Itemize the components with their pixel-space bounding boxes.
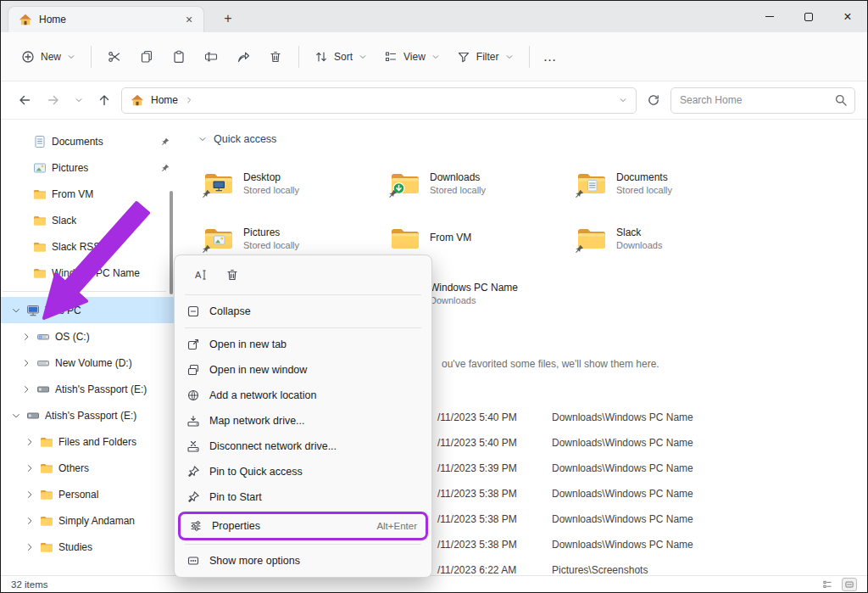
view-icon [384,50,398,64]
paste-button[interactable] [163,42,195,71]
chevron-right-icon[interactable] [21,358,31,368]
chevron-down-icon [505,53,514,61]
chevron-down-icon[interactable] [11,305,21,316]
command-toolbar: New Sort View Filter … [1,32,867,81]
menu-item-open-new-window[interactable]: Open in new window [178,357,428,383]
tab-close-button[interactable]: × [181,12,197,27]
chevron-down-icon[interactable] [11,411,21,421]
sidebar-item-passport-e[interactable]: Atish's Passport (E:) [1,376,175,402]
sidebar-item-studies[interactable]: Studies [1,534,175,560]
recent-file-row[interactable]: /11/2023 5:38 PMDownloads\Windows PC Nam… [437,532,859,557]
quick-access-header[interactable]: Quick access [198,133,867,145]
pin-icon [202,244,211,254]
chevron-right-icon[interactable] [25,516,35,526]
chevron-right-icon[interactable] [21,332,31,342]
map-network-drive-icon [186,414,200,428]
recent-file-row[interactable]: /11/2023 5:40 PMDownloads\Windows PC Nam… [437,430,859,456]
recent-file-row[interactable]: /11/2023 5:39 PMDownloads\Windows PC Nam… [437,456,859,481]
sidebar-item-others[interactable]: Others [1,455,175,481]
address-bar[interactable]: Home [121,87,637,114]
sidebar-item-slack-rss[interactable]: Slack RSS [1,233,175,260]
recent-locations-button[interactable] [70,88,87,112]
pin-icon [186,465,200,478]
items-count: 32 items [11,579,47,590]
recent-file-row[interactable]: /11/2023 5:38 PMDownloads\Windows PC Nam… [437,506,859,532]
chevron-right-icon[interactable] [25,437,35,447]
menu-item-open-new-tab[interactable]: Open in new tab [178,332,428,357]
rename-button[interactable] [186,262,214,288]
sidebar-scrollbar[interactable] [170,191,173,294]
tile-downloads[interactable]: DownloadsStored locally [385,155,571,210]
minimize-icon [765,16,774,17]
sort-button[interactable]: Sort [306,43,376,70]
search-input[interactable] [680,94,834,106]
toolbar-divider [91,46,92,68]
menu-item-disconnect-network-drive[interactable]: Disconnect network drive... [178,434,428,459]
sidebar-item-pictures[interactable]: Pictures [1,154,175,181]
show-more-options-icon [186,554,200,568]
sidebar-item-personal[interactable]: Personal [1,481,175,507]
navigation-pane: Documents Pictures From VM Slack Slack R… [1,120,175,575]
network-location-icon [186,389,200,402]
new-button[interactable]: New [13,43,84,70]
sidebar-item-passport-e-expanded[interactable]: Atish's Passport (E:) [1,402,175,428]
delete-icon [269,50,282,64]
menu-item-properties[interactable]: Properties Alt+Enter [181,514,426,538]
menu-item-collapse[interactable]: Collapse [178,299,428,324]
up-button[interactable] [92,88,116,112]
refresh-icon [647,93,660,107]
recent-file-row[interactable]: /11/2023 5:38 PMDownloads\Windows PC Nam… [437,481,859,506]
recent-file-row[interactable]: /11/2023 5:40 PMDownloads\Windows PC Nam… [437,405,859,430]
maximize-button[interactable] [789,1,828,32]
sidebar-item-files-and-folders[interactable]: Files and Folders [1,428,175,455]
sidebar-item-slack[interactable]: Slack [1,207,175,233]
sidebar-item-documents[interactable]: Documents [1,128,175,154]
pin-icon [186,490,200,504]
menu-item-pin-to-quick-access[interactable]: Pin to Quick access [178,459,428,484]
rename-button[interactable] [195,42,227,71]
chevron-right-icon[interactable] [25,463,35,473]
filter-button[interactable]: Filter [448,43,522,70]
sidebar-item-windows-pc-name[interactable]: Windows PC Name [1,260,175,286]
chevron-right-icon[interactable] [25,490,35,500]
recent-file-row[interactable]: /11/2023 6:22 AMPictures\Screenshots [437,557,859,583]
sidebar-item-new-volume-d[interactable]: New Volume (D:) [1,350,175,376]
tile-desktop[interactable]: DesktopStored locally [198,155,385,210]
chevron-down-icon [431,53,440,61]
chevron-right-icon [185,96,193,104]
chevron-right-icon[interactable] [21,384,31,394]
menu-item-add-network-location[interactable]: Add a network location [178,383,428,408]
toolbar-divider [529,46,530,68]
new-tab-button[interactable]: + [218,8,238,29]
menu-item-pin-to-start[interactable]: Pin to Start [178,484,428,510]
tab-home[interactable]: Home × [8,6,204,32]
view-button[interactable]: View [376,43,448,70]
share-button[interactable] [227,42,259,71]
pin-icon [161,137,170,146]
tab-title: Home [39,14,175,25]
tile-documents[interactable]: DocumentsStored locally [571,155,758,210]
sidebar-item-this-pc[interactable]: This PC [1,297,175,323]
pin-icon [388,189,398,199]
sidebar-item-from-vm[interactable]: From VM [1,181,175,207]
folder-icon [33,214,47,227]
sidebar-item-simply-andaman[interactable]: Simply Andaman [1,507,175,534]
recent-files-list: /11/2023 5:40 PMDownloads\Windows PC Nam… [437,405,859,583]
back-button[interactable] [13,88,36,112]
address-dropdown-chevron-icon[interactable] [619,96,627,104]
close-button[interactable]: × [828,1,867,32]
more-options-button[interactable]: … [537,46,565,68]
cut-button[interactable] [98,42,131,71]
delete-button[interactable] [219,262,246,288]
copy-button[interactable] [131,42,163,71]
delete-button[interactable] [259,42,292,71]
minimize-button[interactable] [750,1,789,32]
breadcrumb-home[interactable]: Home [151,94,178,106]
forward-button[interactable] [42,88,65,112]
refresh-button[interactable] [642,88,665,112]
tile-slack[interactable]: SlackDownloads [571,210,758,266]
menu-item-map-network-drive[interactable]: Map network drive... [178,408,428,434]
menu-item-show-more-options[interactable]: Show more options [178,548,428,573]
sidebar-item-os-c[interactable]: OS (C:) [1,323,175,350]
chevron-right-icon[interactable] [25,542,35,552]
